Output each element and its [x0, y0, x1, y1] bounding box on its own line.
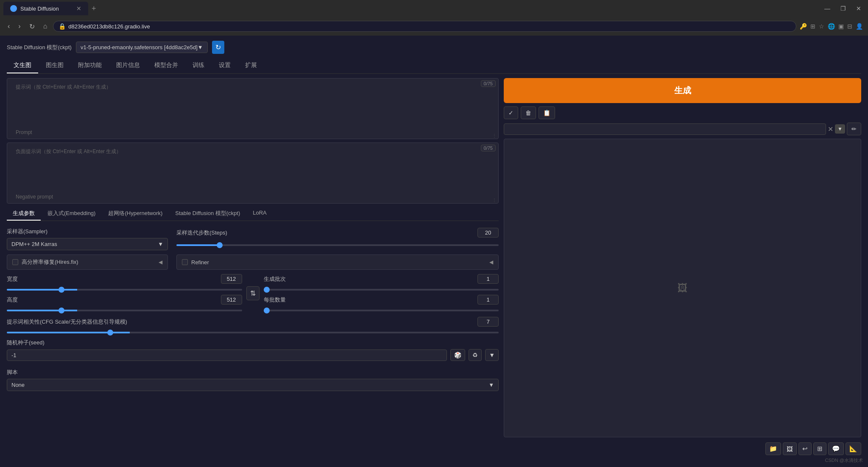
sampler-value: DPM++ 2M Karras: [11, 241, 57, 247]
height-slider[interactable]: [7, 310, 242, 311]
back-button[interactable]: ‹: [5, 21, 12, 32]
sub-tab-params[interactable]: 生成参数: [7, 207, 41, 221]
close-button[interactable]: ✕: [853, 3, 865, 14]
translate-icon[interactable]: ⊞: [810, 23, 815, 30]
active-tab[interactable]: Stable Diffusion ✕: [3, 2, 88, 15]
generate-button[interactable]: 生成: [504, 78, 861, 103]
profile-icon[interactable]: 👤: [856, 23, 863, 30]
home-button[interactable]: ⌂: [41, 21, 50, 32]
steps-col: 采样迭代步数(Steps) 20: [176, 228, 499, 247]
model-select-dropdown[interactable]: v1-5-pruned-emaonly.safetensors [4dd8ac2…: [76, 42, 208, 53]
folder-icon[interactable]: 📁: [765, 442, 781, 455]
tab-img2img[interactable]: 图生图: [39, 58, 70, 73]
negative-prompt-input[interactable]: [11, 157, 494, 191]
address-bar[interactable]: 🔒 d8236ed0213db8c126.gradio.live: [53, 21, 796, 32]
tab-pnginfo[interactable]: 图片信息: [109, 58, 147, 73]
batch-count-slider[interactable]: [264, 289, 499, 291]
sampler-dropdown[interactable]: DPM++ 2M Karras ▼: [7, 238, 168, 250]
swap-dimensions-button[interactable]: ⇅: [246, 286, 260, 300]
refiner-collapse-button[interactable]: ◀: [489, 259, 493, 265]
refiner-label: Refiner: [191, 259, 209, 266]
zoom-icon[interactable]: 💬: [828, 442, 844, 455]
tab-extensions[interactable]: 扩展: [238, 58, 264, 73]
globe-icon[interactable]: 🌐: [828, 23, 835, 30]
sidebar-icon[interactable]: ▣: [838, 23, 844, 30]
negative-prompt-resize-handle[interactable]: ⋮: [492, 198, 497, 202]
size-col: 宽度 512 高度 512: [7, 274, 242, 313]
tab-settings[interactable]: 设置: [212, 58, 237, 73]
ruler-icon[interactable]: 📐: [846, 442, 861, 455]
refiner-panel: Refiner ◀: [176, 254, 499, 270]
sub-tab-embedding[interactable]: 嵌入式(Embedding): [42, 207, 101, 221]
clear-paste-button[interactable]: ✕: [828, 125, 833, 133]
model-dropdown-arrow: ▼: [198, 44, 203, 50]
script-arrow: ▼: [488, 382, 494, 388]
tab-txt2img[interactable]: 文生图: [7, 58, 38, 73]
positive-prompt-input[interactable]: [11, 92, 494, 126]
grid-icon[interactable]: ⊞: [813, 442, 826, 455]
model-refresh-button[interactable]: ↻: [212, 41, 224, 54]
trash-button[interactable]: 🗑: [521, 106, 536, 119]
tab-favicon: [10, 5, 17, 12]
cfg-row: 提示词相关性(CFG Scale/无分类器信息引导规模) 7: [7, 317, 499, 335]
batch-size-label: 每批数量: [264, 296, 286, 304]
browser-toolbar: 🔑 ⊞ ☆ 🌐 ▣ ⊟ 👤: [800, 23, 863, 30]
model-row: Stable Diffusion 模型(ckpt) v1-5-pruned-em…: [7, 41, 861, 54]
sub-tab-lora[interactable]: LoRA: [247, 207, 273, 221]
refiner-checkbox[interactable]: [182, 259, 188, 265]
image-icon[interactable]: 🖼: [783, 442, 797, 455]
seed-extra-toggle[interactable]: ▼: [485, 349, 499, 361]
hires-checkbox[interactable]: [12, 259, 18, 265]
browser-titlebar: Stable Diffusion ✕ + — ❐ ✕: [0, 0, 868, 17]
negative-prompt-label: 负面提示词（按 Ctrl+Enter 或 Alt+Enter 生成）: [11, 146, 494, 157]
width-slider[interactable]: [7, 289, 242, 291]
seed-random-button[interactable]: 🎲: [450, 349, 465, 361]
sampler-row: 采样器(Sampler) DPM++ 2M Karras ▼ 采样迭代步数(St…: [7, 228, 499, 250]
reload-button[interactable]: ↻: [27, 21, 37, 32]
prompt-resize-handle[interactable]: ⋮: [492, 133, 497, 138]
cfg-value: 7: [477, 317, 499, 327]
tab-bar: Stable Diffusion ✕ +: [3, 2, 100, 15]
star-icon[interactable]: ☆: [819, 23, 824, 30]
hires-collapse-button[interactable]: ◀: [159, 259, 162, 265]
edit-prompt-button[interactable]: ✏: [847, 123, 861, 135]
sub-tab-hypernetwork[interactable]: 超网络(Hypernetwork): [102, 207, 168, 221]
copy-button[interactable]: 📋: [539, 106, 555, 119]
tab-close-button[interactable]: ✕: [76, 5, 81, 12]
seed-section: 随机种子(seed) -1 🎲 ♻ ▼: [7, 339, 499, 361]
paste-dropdown-button[interactable]: ▼: [835, 124, 845, 134]
maximize-button[interactable]: ❐: [837, 3, 849, 14]
batch-col: 生成批次 1 每批数量 1: [264, 274, 499, 313]
check-button[interactable]: ✓: [504, 106, 518, 119]
minimize-button[interactable]: —: [821, 3, 834, 14]
tab-extras[interactable]: 附加功能: [71, 58, 109, 73]
batch-count-label: 生成批次: [264, 275, 286, 283]
undo-icon[interactable]: ↩: [798, 442, 812, 455]
tab-merge[interactable]: 模型合并: [148, 58, 185, 73]
seed-input[interactable]: -1: [7, 350, 447, 361]
sub-tab-model[interactable]: Stable Diffusion 模型(ckpt): [169, 207, 246, 221]
params-grid: 采样器(Sampler) DPM++ 2M Karras ▼ 采样迭代步数(St…: [7, 228, 499, 391]
address-bar-row: ‹ › ↻ ⌂ 🔒 d8236ed0213db8c126.gradio.live…: [0, 17, 868, 36]
steps-slider[interactable]: [176, 244, 499, 246]
split-icon[interactable]: ⊟: [847, 23, 852, 30]
batch-size-slider[interactable]: [264, 310, 499, 311]
tab-train[interactable]: 训练: [186, 58, 211, 73]
seed-recycle-button[interactable]: ♻: [469, 349, 482, 361]
cfg-label: 提示词相关性(CFG Scale/无分类器信息引导规模): [7, 318, 127, 326]
window-controls: — ❐ ✕: [821, 3, 865, 14]
script-dropdown[interactable]: None ▼: [7, 379, 499, 391]
canvas-placeholder-icon: 🖼: [678, 282, 688, 294]
paste-input[interactable]: [504, 123, 826, 135]
height-value: 512: [221, 295, 242, 305]
lock-icon: 🔒: [59, 23, 66, 30]
script-section: 脚本 None ▼: [7, 369, 499, 391]
tab-title: Stable Diffusion: [20, 6, 59, 12]
key-icon[interactable]: 🔑: [800, 23, 807, 30]
cfg-slider[interactable]: [7, 332, 499, 333]
hires-refiner-row: 高分辨率修复(Hires.fix) ◀ Refiner ◀: [7, 254, 499, 270]
main-tabs: 文生图 图生图 附加功能 图片信息 模型合并 训练 设置 扩展: [7, 58, 861, 74]
new-tab-button[interactable]: +: [88, 3, 100, 15]
forward-button[interactable]: ›: [16, 21, 23, 32]
seed-label: 随机种子(seed): [7, 339, 45, 346]
